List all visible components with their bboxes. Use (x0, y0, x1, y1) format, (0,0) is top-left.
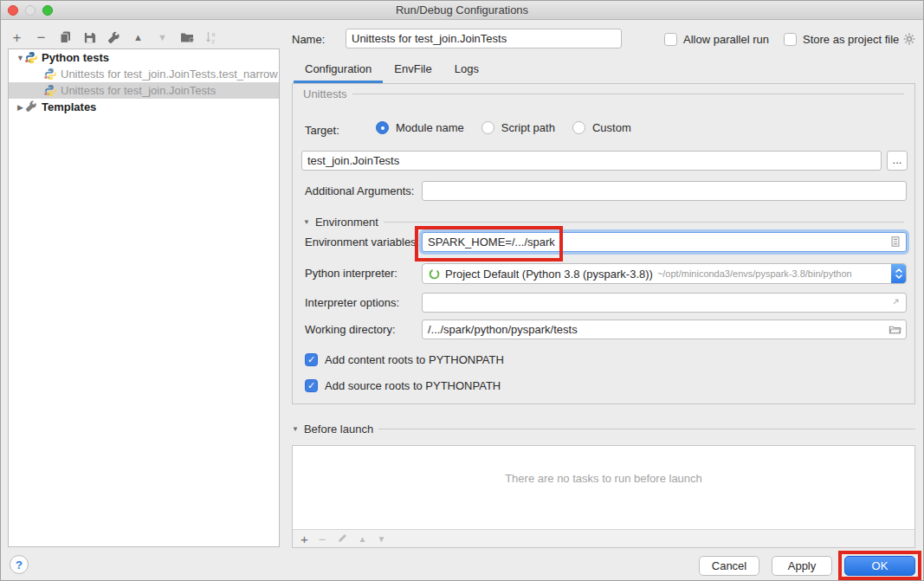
add-task-icon[interactable]: + (300, 533, 308, 545)
window-title: Run/Debug Configurations (1, 3, 923, 16)
interpreter-path: ~/opt/miniconda3/envs/pyspark-3.8/bin/py… (657, 268, 852, 279)
module-name-input[interactable]: test_join.JoinTests (301, 151, 882, 171)
tree-item-python-tests[interactable]: ▼ Python tests (9, 49, 279, 66)
run-debug-configurations-dialog: Run/Debug Configurations + − ▲ ▼ az ▼ Py (0, 0, 924, 581)
copy-configuration-icon[interactable] (58, 30, 73, 45)
move-task-down-icon[interactable]: ▼ (377, 533, 385, 545)
tab-configuration[interactable]: Configuration (294, 58, 383, 83)
python-interpreter-dropdown[interactable]: Project Default (Python 3.8 (pyspark-3.8… (422, 263, 907, 284)
environment-variables-value: SPARK_HOME=/.../spark (428, 236, 555, 249)
remove-task-icon[interactable]: − (319, 533, 326, 545)
apply-button[interactable]: Apply (772, 556, 832, 576)
unittests-section-title: Unittests (303, 87, 347, 100)
collapse-triangle-icon[interactable]: ▼ (303, 218, 310, 226)
tree-item-unittest-test-narrow[interactable]: Unittests for test_join.JoinTests.test_n… (9, 66, 279, 82)
before-launch-empty-text: There are no tasks to run before launch (293, 472, 914, 485)
conda-environment-icon (428, 268, 441, 281)
svg-text:a: a (211, 31, 215, 37)
tree-item-label: Templates (42, 100, 96, 113)
tree-item-label: Unittests for test_join.JoinTests.test_n… (61, 68, 278, 81)
chevron-right-icon[interactable]: ▶ (16, 103, 25, 112)
before-launch-section-title: Before launch (304, 423, 373, 436)
remove-configuration-icon[interactable]: − (34, 30, 48, 45)
add-content-roots-checkbox[interactable]: ✓ Add content roots to PYTHONPATH (305, 353, 504, 366)
section-divider (352, 94, 904, 94)
python-test-icon (44, 84, 57, 97)
collapse-triangle-icon[interactable]: ▼ (292, 425, 299, 433)
sort-configurations-icon[interactable]: az (204, 30, 218, 45)
gear-icon[interactable] (902, 32, 916, 46)
store-as-project-file-checkbox[interactable]: Store as project file (784, 31, 899, 47)
tree-item-unittest-jointests-selected[interactable]: Unittests for test_join.JoinTests (9, 82, 279, 99)
interpreter-options-input[interactable] (422, 293, 907, 313)
before-launch-section-header[interactable]: ▼ Before launch (292, 423, 915, 436)
name-label: Name: (292, 33, 325, 46)
new-folder-icon[interactable] (179, 30, 194, 45)
config-tabs: Configuration EnvFile Logs (294, 58, 490, 83)
working-directory-value: /.../spark/python/pyspark/tests (428, 323, 578, 336)
tree-item-label: Python tests (42, 51, 109, 64)
target-option-script-path[interactable]: Script path (501, 121, 555, 134)
python-test-icon (44, 68, 57, 81)
checkbox-checked-icon[interactable]: ✓ (305, 379, 318, 392)
section-divider (384, 222, 904, 223)
python-interpreter-label: Python interpreter: (305, 267, 397, 280)
edit-templates-wrench-icon[interactable] (107, 30, 121, 45)
edit-variables-list-icon[interactable] (889, 236, 901, 250)
interpreter-options-label: Interpreter options: (305, 296, 399, 309)
svg-text:z: z (211, 38, 215, 44)
chevron-down-icon[interactable]: ▼ (16, 54, 25, 62)
interpreter-value: Project Default (Python 3.8 (pyspark-3.8… (445, 268, 653, 281)
tree-item-label: Unittests for test_join.JoinTests (61, 84, 216, 97)
radio-selected-icon[interactable] (376, 121, 389, 134)
environment-section-header[interactable]: ▼ Environment (293, 216, 914, 229)
expand-field-icon[interactable] (890, 296, 901, 310)
configurations-tree: ▼ Python tests Unittests for test_join.J… (8, 48, 280, 547)
add-configuration-icon[interactable]: + (10, 30, 24, 45)
dropdown-stepper-icon[interactable] (891, 264, 906, 283)
move-down-icon[interactable]: ▼ (155, 30, 170, 45)
tree-item-templates[interactable]: ▶ Templates (9, 99, 279, 115)
working-directory-label: Working directory: (305, 323, 396, 336)
working-directory-input[interactable]: /.../spark/python/pyspark/tests (422, 320, 907, 339)
move-task-up-icon[interactable]: ▲ (359, 533, 367, 545)
move-up-icon[interactable]: ▲ (131, 30, 145, 45)
save-configuration-icon[interactable] (82, 30, 97, 45)
cancel-button[interactable]: Cancel (699, 556, 759, 576)
configuration-panel: Unittests Target: Module name Script pat… (292, 83, 915, 404)
add-source-roots-checkbox[interactable]: ✓ Add source roots to PYTHONPATH (305, 379, 501, 392)
environment-variables-input[interactable]: SPARK_HOME=/.../spark (422, 232, 907, 252)
folder-icon[interactable] (888, 323, 901, 339)
checkbox-unchecked-icon[interactable] (664, 33, 677, 46)
add-content-roots-label: Add content roots to PYTHONPATH (325, 353, 504, 366)
store-as-project-file-label: Store as project file (803, 33, 899, 46)
target-radio-group: Module name Script path Custom (376, 121, 642, 134)
environment-section-title: Environment (315, 216, 378, 229)
python-tests-icon (25, 51, 38, 64)
tab-envfile[interactable]: EnvFile (383, 58, 443, 83)
ok-button[interactable]: OK (844, 556, 915, 576)
help-button[interactable]: ? (10, 555, 29, 574)
target-option-module-name[interactable]: Module name (396, 121, 464, 134)
target-option-custom[interactable]: Custom (592, 121, 631, 134)
tab-logs[interactable]: Logs (443, 58, 490, 83)
edit-task-pencil-icon[interactable] (337, 533, 348, 545)
environment-variables-label: Environment variables: (305, 236, 419, 249)
radio-unselected-icon[interactable] (572, 121, 585, 134)
additional-arguments-label: Additional Arguments: (305, 184, 414, 197)
configurations-toolbar: + − ▲ ▼ az (10, 28, 218, 47)
section-divider (378, 429, 915, 429)
templates-wrench-icon (25, 100, 38, 113)
before-launch-toolbar: + − ▲ ▼ (293, 529, 914, 547)
additional-arguments-input[interactable] (422, 181, 907, 201)
browse-module-button[interactable]: ... (887, 151, 908, 171)
checkbox-unchecked-icon[interactable] (784, 33, 797, 46)
add-source-roots-label: Add source roots to PYTHONPATH (325, 379, 501, 392)
name-input[interactable]: Unittests for test_join.JoinTests (346, 29, 622, 48)
allow-parallel-run-checkbox[interactable]: Allow parallel run (664, 31, 769, 47)
before-launch-panel: There are no tasks to run before launch … (292, 445, 915, 548)
allow-parallel-run-label: Allow parallel run (683, 33, 769, 46)
checkbox-checked-icon[interactable]: ✓ (305, 353, 318, 366)
target-label: Target: (305, 124, 339, 137)
radio-unselected-icon[interactable] (481, 121, 494, 134)
